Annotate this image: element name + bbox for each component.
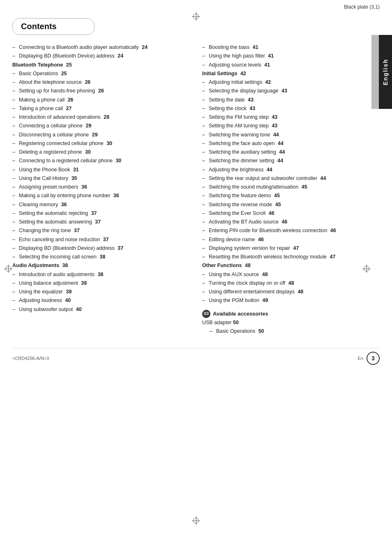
dash: – — [12, 253, 18, 261]
gray-decorative-bar — [371, 35, 379, 109]
dash: – — [12, 288, 18, 296]
entry-page: 38 — [99, 254, 105, 260]
dash: – — [12, 43, 18, 52]
toc-item: –Making a phone call 26 — [12, 96, 190, 104]
entry-text: Switching the dimmer setting 44 — [209, 157, 380, 165]
entry-page: 24 — [142, 44, 148, 50]
entry-page: 31 — [73, 167, 79, 173]
dash: – — [202, 191, 208, 200]
toc-item: –Adjusting the brightness 44 — [202, 166, 380, 174]
dash: – — [12, 157, 18, 165]
entry-page: 44 — [279, 149, 285, 155]
entry-text: Selecting the display language 43 — [209, 87, 380, 95]
toc-item: –Using the equalizer 39 — [12, 288, 190, 296]
toc-item: –Basic Operations 25 — [12, 69, 190, 78]
section-number-icon: 03 — [202, 310, 210, 318]
dash: – — [202, 209, 208, 218]
dash: – — [12, 69, 18, 78]
dash: – — [202, 148, 208, 157]
entry-page: 48 — [262, 272, 268, 277]
entry-text: Activating the BT Audio source 46 — [209, 218, 380, 226]
entry-text: Introduction of advanced operations 28 — [19, 113, 190, 122]
dash: – — [202, 131, 208, 139]
entry-page: 41 — [264, 62, 270, 68]
entry-text: Assigning preset numbers 36 — [19, 183, 190, 191]
entry-page: 29 — [85, 123, 91, 129]
entry-text: Echo canceling and noise reduction 37 — [19, 235, 190, 244]
entry-text: About the telephone source 26 — [19, 78, 190, 87]
entry-page: 49 — [262, 297, 268, 303]
dash: – — [202, 166, 208, 174]
dash: – — [202, 104, 208, 113]
dash: – — [12, 279, 18, 288]
entry-page: 26 — [98, 88, 104, 94]
entry-page: 41 — [253, 44, 258, 50]
toc-item: –Setting the clock 43 — [202, 104, 380, 113]
dash: – — [202, 139, 208, 148]
entry-page: 44 — [273, 132, 279, 138]
entry-page: 45 — [274, 193, 280, 198]
toc-item: –Assigning preset numbers 36 — [12, 183, 190, 191]
toc-item: –Echo canceling and noise reduction 37 — [12, 235, 190, 244]
toc-item: –Registering connected cellular phone 30 — [12, 139, 190, 148]
entry-page: 30 — [85, 149, 91, 155]
section-name: Other Functions — [202, 261, 242, 270]
toc-item: –Making a call by entering phone number … — [12, 191, 190, 200]
entry-page: 37 — [103, 237, 109, 242]
entry-text: Deleting a registered phone 30 — [19, 148, 190, 157]
dash: – — [202, 43, 208, 52]
entry-text: Disconnecting a cellular phone 29 — [19, 131, 190, 139]
dash: – — [12, 174, 18, 183]
plate-text: Black plate (3,1) — [344, 4, 380, 10]
crosshair-left — [4, 265, 12, 273]
crosshair-bottom — [192, 516, 200, 525]
section-page: 42 — [240, 69, 246, 78]
entry-text: Selecting the incoming call screen 38 — [19, 253, 190, 261]
page-number-circle: 3 — [367, 352, 380, 365]
dash: – — [202, 288, 208, 296]
entry-text: Switching the sound muting/attenuation 4… — [209, 183, 380, 191]
entry-page: 45 — [275, 202, 281, 207]
entry-text: Editing device name 46 — [209, 235, 380, 244]
toc-item: –Editing device name 46 — [202, 235, 380, 244]
dash: – — [12, 139, 18, 148]
accessories-title: Available accessories — [213, 309, 268, 318]
toc-item: –Using subwoofer output 40 — [12, 305, 190, 314]
toc-item: –Displaying BD (Bluetooth Device) addres… — [12, 244, 190, 253]
footer-en-label: En — [358, 356, 363, 361]
entry-page: 46 — [258, 237, 264, 242]
entry-page: 45 — [302, 184, 307, 190]
dash: – — [12, 244, 18, 253]
entry-page: 43 — [281, 88, 287, 94]
entry-text: Entering PIN code for Bluetooth wireless… — [209, 226, 380, 235]
section-name: Bluetooth Telephone — [12, 61, 63, 69]
entry-page: 28 — [104, 114, 109, 120]
toc-item: –Boosting the bass 41 — [202, 43, 380, 52]
section-heading: Audio Adjustments 38 — [12, 261, 190, 270]
entry-text: Making a phone call 26 — [19, 96, 190, 104]
entry-text: Setting the date 43 — [209, 96, 380, 104]
dash: – — [202, 78, 208, 87]
entry-text: Setting the automatic answering 37 — [19, 218, 190, 226]
section-heading: Initial Settings 42 — [202, 69, 380, 78]
toc-item: –Connecting to a registered cellular pho… — [12, 157, 190, 165]
entry-text: Adjusting the brightness 44 — [209, 166, 380, 174]
dash: – — [202, 296, 208, 305]
dash: – — [12, 191, 18, 200]
toc-item: –Adjusting source levels 41 — [202, 61, 380, 69]
dash: – — [12, 183, 18, 191]
toc-item: –Taking a phone call 27 — [12, 104, 190, 113]
toc-item: –Setting the date 43 — [202, 96, 380, 104]
entry-page: 48 — [297, 289, 303, 295]
entry-text: Switching the warning tone 44 — [209, 131, 380, 139]
entry-text: Boosting the bass 41 — [209, 43, 380, 52]
entry-page: 36 — [113, 193, 119, 198]
toc-item: –Setting the FM tuning step 43 — [202, 113, 380, 122]
entry-page: 39 — [81, 280, 87, 286]
entry-text: Setting up for hands-free phoning 26 — [19, 87, 190, 95]
dash: – — [12, 96, 18, 104]
dash: – — [202, 218, 208, 226]
toc-item: –Setting the automatic rejecting 37 — [12, 209, 190, 218]
dash: – — [12, 226, 18, 235]
toc-item: –Displaying system version for repair 47 — [202, 244, 380, 253]
